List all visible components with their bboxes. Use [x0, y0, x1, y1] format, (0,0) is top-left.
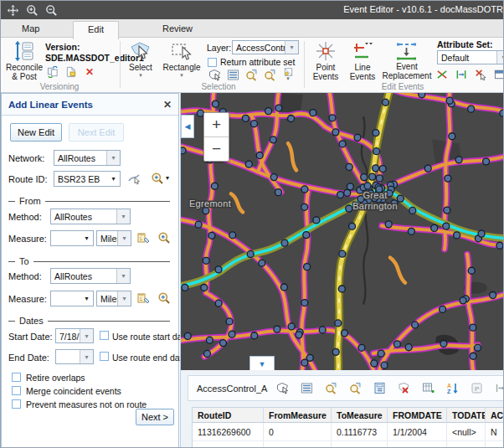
merge-event-icon[interactable]: [474, 68, 487, 81]
zoom-to-selection-icon[interactable]: [324, 381, 338, 395]
map-zoom-out-button[interactable]: −: [204, 136, 229, 161]
table-cell[interactable]: 0: [264, 423, 332, 441]
new-version-icon[interactable]: [64, 65, 78, 79]
select-route-on-map-icon[interactable]: [127, 172, 141, 185]
select-by-polygon-icon[interactable]: [275, 381, 290, 395]
refresh-version-icon[interactable]: [46, 65, 59, 79]
start-date-picker[interactable]: 7/18/ ▾: [55, 328, 94, 343]
event-editor-window: Event Editor - v10.6.1 - docMassDOTR Map…: [0, 0, 504, 448]
attribute-window-icon[interactable]: [493, 68, 504, 81]
table-cell[interactable]: 1/1/2004: [388, 441, 447, 448]
layer-label: Layer:: [207, 43, 231, 53]
column-header-tomeasure[interactable]: ToMeasure: [332, 408, 388, 423]
start-date-label: Start Date:: [8, 332, 53, 342]
event-replacement-button[interactable]: Event Replacement: [381, 40, 433, 80]
select-polygon-icon: [130, 40, 152, 62]
use-route-end-date-checkbox[interactable]: [100, 352, 109, 361]
tab-map[interactable]: Map: [8, 21, 54, 37]
table-cell[interactable]: 0.0795596: [332, 441, 388, 448]
column-header-fromdate[interactable]: FROMDATE: [388, 408, 447, 423]
column-header-routeid[interactable]: RouteID: [193, 408, 264, 423]
add-records-icon[interactable]: [421, 381, 435, 395]
to-units-select[interactable]: Miles ▾: [96, 291, 131, 306]
prevent-measures-label: Prevent measures not on route: [26, 399, 147, 409]
network-select[interactable]: AllRoutes ▾: [54, 150, 121, 166]
retire-overlaps-checkbox[interactable]: [12, 373, 21, 382]
delete-version-icon[interactable]: ✕: [83, 65, 96, 79]
extend-event-icon[interactable]: [455, 68, 468, 81]
rectangle-select-button[interactable]: Rectangle ▾: [160, 40, 203, 78]
pan-to-selection-icon[interactable]: [348, 381, 363, 395]
table-cell[interactable]: N: [486, 441, 504, 448]
measure-on-map-icon[interactable]: [137, 231, 151, 245]
collapse-panel-left-tab[interactable]: ◀: [181, 115, 194, 138]
chevron-down-icon[interactable]: ▾: [166, 174, 169, 182]
table-cell[interactable]: N: [486, 423, 504, 441]
split-event-icon[interactable]: [435, 68, 449, 81]
route-id-combobox[interactable]: BSR23 EB ▾: [54, 171, 121, 187]
sort-az-icon[interactable]: AZ: [445, 381, 460, 395]
to-method-select[interactable]: AllRoutes ▾: [50, 268, 131, 284]
table-cell[interactable]: <null>: [447, 441, 486, 448]
point-events-button[interactable]: Point Events: [309, 40, 342, 81]
collapse-table-tab[interactable]: ▼: [249, 356, 275, 370]
selectable-layers-icon[interactable]: ▾: [281, 68, 295, 81]
merge-coincident-events-checkbox[interactable]: [12, 386, 21, 395]
table-cell[interactable]: 11316270600: [193, 441, 264, 448]
zoom-to-route-icon[interactable]: [151, 172, 164, 185]
column-header-todate[interactable]: TODATE: [447, 408, 486, 423]
tab-review[interactable]: Review: [148, 21, 207, 37]
table-cell[interactable]: <null>: [447, 423, 486, 441]
map-viewport: Egremont Great Barrington ◀ + − ▼: [180, 93, 504, 370]
panel-header: Add Linear Events ✕: [2, 94, 178, 116]
new-edit-button[interactable]: New Edit: [10, 123, 62, 142]
map-zoom-in-button[interactable]: +: [204, 113, 229, 136]
from-method-select[interactable]: AllRoutes ▾: [50, 209, 131, 224]
use-route-start-date-checkbox[interactable]: [100, 331, 109, 340]
next-button[interactable]: Next >: [136, 409, 174, 425]
attribute-list-icon[interactable]: [300, 381, 314, 395]
clear-selection-icon[interactable]: [397, 381, 411, 395]
line-events-button[interactable]: Line Events: [346, 40, 379, 81]
to-measure-combobox[interactable]: ▾: [50, 291, 94, 306]
collapse-down-icon: ▼: [259, 360, 266, 368]
chevron-down-icon: ▾: [496, 51, 504, 64]
from-measure-combobox[interactable]: ▾: [50, 230, 94, 246]
select-button[interactable]: Select ▾: [123, 40, 158, 78]
zoom-out-icon[interactable]: [44, 3, 58, 17]
column-header-access[interactable]: AC: [486, 408, 504, 423]
dates-section-divider: Dates: [8, 316, 170, 326]
zoom-to-measure-icon[interactable]: [157, 291, 171, 305]
line-events-icon: [352, 40, 373, 62]
prevent-measures-checkbox[interactable]: [12, 399, 21, 409]
to-method-label: Method:: [8, 271, 42, 281]
retire-overlaps-label: Retire overlaps: [26, 373, 85, 383]
attribute-list-icon[interactable]: [226, 68, 239, 81]
end-date-picker[interactable]: ▾: [55, 349, 94, 364]
tab-edit[interactable]: Edit: [73, 21, 119, 39]
reconcile-post-button[interactable]: Reconcile & Post: [4, 40, 44, 81]
use-route-start-date-label: Use route start date: [112, 332, 189, 342]
zoom-to-measure-icon[interactable]: [157, 231, 171, 245]
version-label: Version:: [45, 42, 80, 52]
column-header-frommeasure[interactable]: FromMeasure: [264, 408, 332, 423]
select-by-polygon-icon[interactable]: [208, 68, 221, 81]
pan-icon[interactable]: [6, 3, 19, 17]
attribute-set-select[interactable]: Default ▾: [437, 50, 504, 64]
return-attribute-set-checkbox[interactable]: [208, 58, 217, 67]
layer-select[interactable]: AccessControl_A ▾: [232, 40, 299, 54]
table-cell[interactable]: 0: [264, 441, 332, 448]
measure-on-map-icon[interactable]: [137, 291, 151, 305]
zoom-to-selection-icon[interactable]: [244, 68, 258, 81]
table-cell[interactable]: 0.1116773: [332, 423, 388, 441]
table-cell[interactable]: 1/1/2004: [388, 423, 447, 441]
event-replacement-icon: [394, 40, 419, 61]
table-cell[interactable]: 11316269600: [193, 423, 264, 441]
chevron-down-icon: ▾: [80, 291, 93, 306]
zoom-in-icon[interactable]: [25, 3, 39, 17]
from-units-select[interactable]: Miles ▾: [96, 230, 131, 246]
pan-to-selection-icon[interactable]: [263, 68, 276, 81]
close-icon[interactable]: ✕: [163, 99, 172, 111]
point-events-icon: [315, 40, 337, 62]
field-calculator-icon[interactable]: [373, 381, 387, 395]
